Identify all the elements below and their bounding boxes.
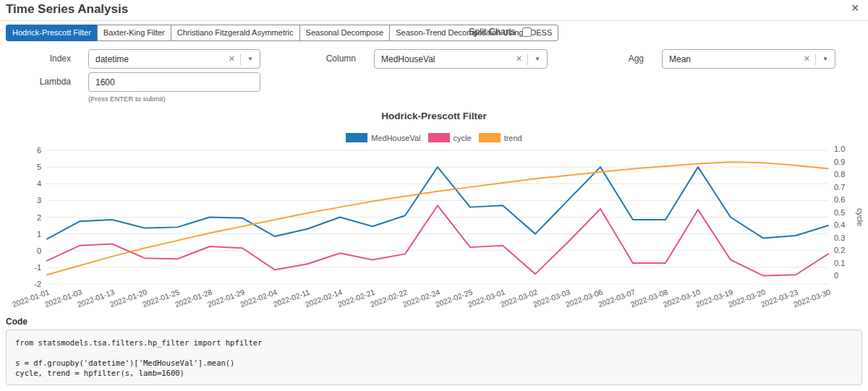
left-axis-tick: -1 — [34, 263, 41, 272]
split-charts-checkbox[interactable] — [522, 27, 532, 37]
x-axis-tick: 2022-03-30 — [792, 288, 832, 309]
clear-icon[interactable]: ✕ — [511, 54, 527, 64]
left-axis-tick: 4 — [37, 179, 41, 188]
clear-icon[interactable]: ✕ — [224, 54, 240, 64]
index-select-value: datetime — [89, 54, 224, 64]
hp-filter-chart: 6543210-1-21.00.90.80.70.60.50.40.30.20.… — [0, 143, 868, 320]
right-axis-tick: 0.5 — [834, 208, 845, 217]
lambda-hint: (Press ENTER to submit) — [88, 95, 166, 103]
right-axis-tick: 0.8 — [834, 170, 845, 179]
left-axis-tick: -2 — [34, 280, 41, 288]
tab-hodrick-prescott-filter[interactable]: Hodrick-Prescott Filter — [6, 25, 98, 41]
close-icon[interactable]: ✕ — [851, 3, 859, 13]
right-axis-title: cycle — [856, 208, 864, 226]
x-axis-tick: 2022-02-04 — [239, 288, 278, 309]
agg-select-value: Mean — [663, 54, 799, 64]
column-select[interactable]: MedHouseVal ✕ ▼ — [374, 49, 548, 69]
right-axis-tick: 0.3 — [834, 233, 845, 242]
code-snippet: from statsmodels.tsa.filters.hp_filter i… — [15, 338, 853, 378]
chevron-down-icon[interactable]: ▼ — [528, 56, 547, 62]
right-axis-tick: 0.6 — [834, 195, 845, 204]
tab-christiano-fitzgerald-asymmetric[interactable]: Christiano Fitzgerald Asymmetric — [171, 25, 300, 41]
series-line-medhouseval — [47, 167, 828, 239]
legend-swatch — [346, 133, 367, 142]
left-axis-tick: 5 — [37, 163, 41, 171]
left-axis-tick: 0 — [37, 246, 41, 255]
right-axis-tick: 1.0 — [834, 145, 845, 153]
column-select-value: MedHouseVal — [375, 54, 511, 64]
page-title: Time Series Analysis — [6, 2, 128, 17]
legend-label: MedHouseVal — [371, 134, 420, 142]
index-label: Index — [29, 53, 71, 64]
legend-item-cycle[interactable]: cycle — [428, 133, 472, 142]
code-box: from statsmodels.tsa.filters.hp_filter i… — [6, 330, 862, 385]
lambda-label: Lambda — [29, 77, 71, 87]
left-axis-tick: 3 — [37, 196, 41, 205]
chevron-down-icon[interactable]: ▼ — [816, 56, 835, 62]
series-line-cycle — [47, 205, 828, 275]
right-axis-tick: 0.7 — [834, 183, 845, 192]
index-select[interactable]: datetime ✕ ▼ — [88, 49, 260, 69]
legend-swatch — [479, 133, 501, 142]
chart-title: Hodrick-Prescott Filter — [0, 111, 868, 121]
left-axis-tick: 2 — [37, 213, 41, 222]
legend-item-medhouseval[interactable]: MedHouseVal — [346, 133, 420, 142]
header-divider — [0, 20, 868, 21]
column-label: Column — [316, 53, 356, 64]
time-series-analysis-page: Time Series Analysis ✕ Hodrick-Prescott … — [0, 0, 868, 391]
chevron-down-icon[interactable]: ▼ — [241, 56, 260, 62]
code-section-label: Code — [6, 317, 27, 327]
legend-swatch — [428, 133, 450, 142]
right-axis-tick: 0.2 — [834, 246, 845, 254]
right-axis-tick: 0.1 — [834, 259, 845, 267]
agg-label: Agg — [611, 53, 644, 64]
left-axis-tick: 1 — [37, 230, 41, 239]
clear-icon[interactable]: ✕ — [799, 54, 815, 64]
legend-label: trend — [504, 134, 522, 142]
legend-item-trend[interactable]: trend — [479, 133, 522, 142]
legend-label: cycle — [454, 134, 472, 142]
left-axis-tick: 6 — [37, 146, 41, 155]
right-axis-tick: 0 — [834, 271, 838, 280]
lambda-input[interactable] — [88, 72, 260, 92]
right-axis-tick: 0.9 — [834, 158, 845, 166]
split-charts-toggle[interactable]: Split Charts — [469, 27, 532, 37]
tab-baxter-king-filter[interactable]: Baxter-King Filter — [97, 25, 171, 41]
right-axis-tick: 0.4 — [834, 220, 845, 229]
split-charts-label: Split Charts — [469, 27, 516, 37]
tab-seasonal-decompose[interactable]: Seasonal Decompose — [299, 25, 391, 41]
chart-legend: MedHouseValcycletrend — [0, 133, 868, 142]
agg-select[interactable]: Mean ✕ ▼ — [662, 49, 835, 69]
